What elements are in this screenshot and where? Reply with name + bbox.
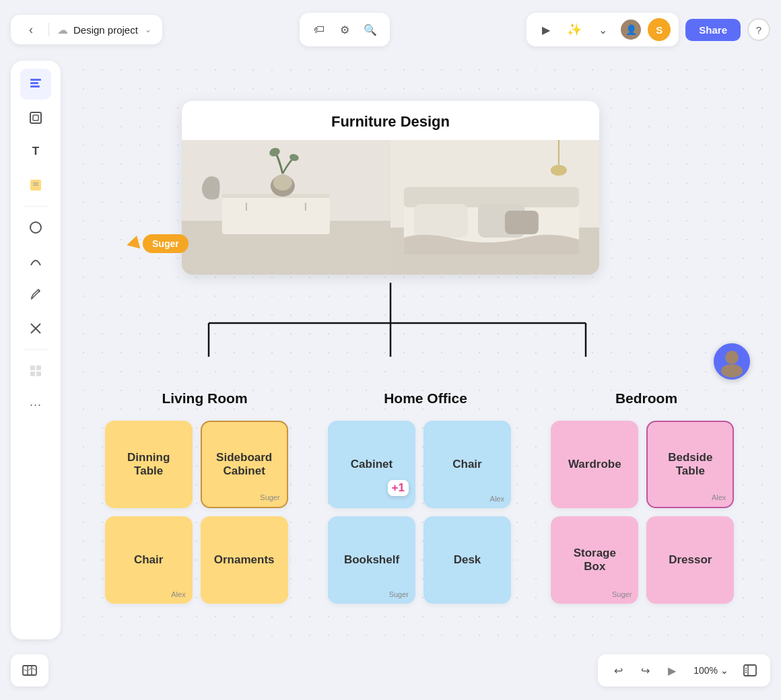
category-label-home-office: Home Office xyxy=(358,390,493,407)
home-office-cards: Cabinet +1 Chair Alex Bookshelf Suger De… xyxy=(328,421,523,604)
svg-rect-11 xyxy=(30,365,35,370)
sidebar-item-frame[interactable] xyxy=(20,102,51,133)
desk-photo xyxy=(182,140,390,275)
tag-icon[interactable]: 🏷 xyxy=(308,18,331,41)
help-button[interactable]: ? xyxy=(747,18,770,41)
bottombar-right: ↩ ↪ ▶ 100% ⌄ xyxy=(598,654,770,687)
card-label: Chair xyxy=(134,553,163,567)
svg-rect-13 xyxy=(30,372,35,376)
card-author: Alex xyxy=(490,495,504,503)
sidebar-item-more[interactable]: ··· xyxy=(20,389,51,420)
svg-point-8 xyxy=(30,222,41,233)
card-chair-office[interactable]: Chair Alex xyxy=(423,421,511,508)
card-sideboard-cabinet[interactable]: SideboardCabinet Suger xyxy=(201,421,288,508)
back-button[interactable]: ‹ xyxy=(22,20,40,39)
category-label-living-room: Living Room xyxy=(137,390,272,407)
svg-rect-1 xyxy=(30,82,38,84)
bottombar-left xyxy=(11,654,48,687)
card-label: BedsideTable xyxy=(668,451,712,478)
celebrate-icon[interactable]: ✨ xyxy=(563,18,586,41)
card-label: DinningTable xyxy=(127,451,170,478)
svg-rect-35 xyxy=(505,211,539,234)
card-cabinet[interactable]: Cabinet +1 xyxy=(328,421,415,508)
card-author: Alex xyxy=(712,493,726,501)
bedroom-cards: Wardrobe BedsideTable Alex StorageBox Su… xyxy=(551,421,746,604)
expand-icon[interactable]: ⌄ xyxy=(591,18,614,41)
search-icon[interactable]: 🔍 xyxy=(359,18,382,41)
bedroom-photo xyxy=(390,140,599,275)
divider xyxy=(48,23,49,36)
topbar-left-section: ‹ ☁ Design project ⌄ xyxy=(11,15,162,44)
svg-rect-43 xyxy=(23,666,36,675)
topbar-right-actions: ▶ ✨ ⌄ 👤 S xyxy=(527,13,679,46)
share-button[interactable]: Share xyxy=(685,19,741,41)
svg-rect-14 xyxy=(36,372,41,376)
card-label: Cabinet xyxy=(351,458,393,471)
sidebar-item-curve[interactable] xyxy=(20,246,51,277)
cursor-mode-button[interactable]: ▶ xyxy=(661,660,683,681)
sidebar-item-text[interactable]: T xyxy=(20,136,51,167)
zoom-control[interactable]: 100% ⌄ xyxy=(688,662,734,678)
card-label: StorageBox xyxy=(574,547,616,573)
card-dressor[interactable]: Dressor xyxy=(646,516,734,604)
topbar: ‹ ☁ Design project ⌄ 🏷 ⚙ 🔍 ▶ ✨ ⌄ 👤 S Sha… xyxy=(11,11,770,48)
zoom-chevron-icon: ⌄ xyxy=(720,665,728,676)
cursor-arrow-icon xyxy=(125,236,141,252)
sidebar-item-select[interactable] xyxy=(20,69,51,100)
card-bedside-table[interactable]: BedsideTable Alex xyxy=(646,421,734,508)
play-icon[interactable]: ▶ xyxy=(535,18,557,41)
sidebar-item-template[interactable] xyxy=(20,355,51,386)
sidebar-item-sticky[interactable] xyxy=(20,170,51,201)
topbar-tools-section: 🏷 ⚙ 🔍 xyxy=(300,13,390,46)
svg-point-23 xyxy=(273,174,292,190)
card-bookshelf[interactable]: Bookshelf Suger xyxy=(328,516,415,604)
library-icon[interactable] xyxy=(739,660,761,681)
card-author: Suger xyxy=(260,493,279,501)
card-ornaments[interactable]: Ornaments xyxy=(201,516,288,604)
furniture-card-title: Furniture Design xyxy=(182,101,599,140)
card-label: SideboardCabinet xyxy=(216,451,272,478)
card-label: Dressor xyxy=(669,553,712,567)
card-chair-living[interactable]: Chair Alex xyxy=(105,516,193,604)
card-author: Suger xyxy=(389,590,409,598)
svg-rect-33 xyxy=(414,204,468,238)
undo-button[interactable]: ↩ xyxy=(607,660,629,681)
svg-point-41 xyxy=(725,351,739,364)
card-storage-box[interactable]: StorageBox Suger xyxy=(551,516,638,604)
card-wardrobe[interactable]: Wardrobe xyxy=(551,421,638,508)
card-author: Alex xyxy=(171,590,185,598)
card-desk[interactable]: Desk xyxy=(423,516,511,604)
card-dinning-table[interactable]: DinningTable xyxy=(105,421,193,508)
cloud-icon: ☁ xyxy=(57,24,68,36)
sidebar: T ··· xyxy=(11,61,61,639)
svg-rect-18 xyxy=(222,194,330,234)
card-label: Desk xyxy=(454,553,481,567)
plus-badge: +1 xyxy=(388,480,409,496)
settings-icon[interactable]: ⚙ xyxy=(333,18,356,41)
sidebar-item-shape[interactable] xyxy=(20,212,51,243)
project-name-label: Design project xyxy=(73,24,138,36)
svg-rect-3 xyxy=(30,112,41,123)
sidebar-divider-1 xyxy=(24,206,48,207)
redo-button[interactable]: ↪ xyxy=(634,660,656,681)
collaborator-avatar-bubble xyxy=(714,343,750,380)
card-author: Suger xyxy=(612,590,632,598)
card-label: Bookshelf xyxy=(344,553,399,567)
svg-rect-21 xyxy=(305,203,306,211)
bottombar: ↩ ↪ ▶ 100% ⌄ xyxy=(11,652,770,689)
svg-point-42 xyxy=(721,364,743,378)
furniture-design-card: Furniture Design xyxy=(182,101,599,275)
svg-rect-0 xyxy=(30,79,41,81)
user-avatar-photo: 👤 xyxy=(619,18,642,41)
svg-point-30 xyxy=(551,165,567,176)
sidebar-item-pen[interactable] xyxy=(20,279,51,310)
project-chevron-icon[interactable]: ⌄ xyxy=(145,25,151,34)
sidebar-item-connector[interactable] xyxy=(20,313,51,344)
cursor-user-label: Suger xyxy=(143,234,189,253)
map-icon[interactable] xyxy=(19,660,40,681)
svg-rect-4 xyxy=(33,115,38,120)
card-label: Chair xyxy=(452,458,481,471)
suger-cursor: Suger xyxy=(127,234,189,253)
svg-rect-2 xyxy=(30,85,40,88)
topbar-right-section: ▶ ✨ ⌄ 👤 S Share ? xyxy=(527,13,770,46)
